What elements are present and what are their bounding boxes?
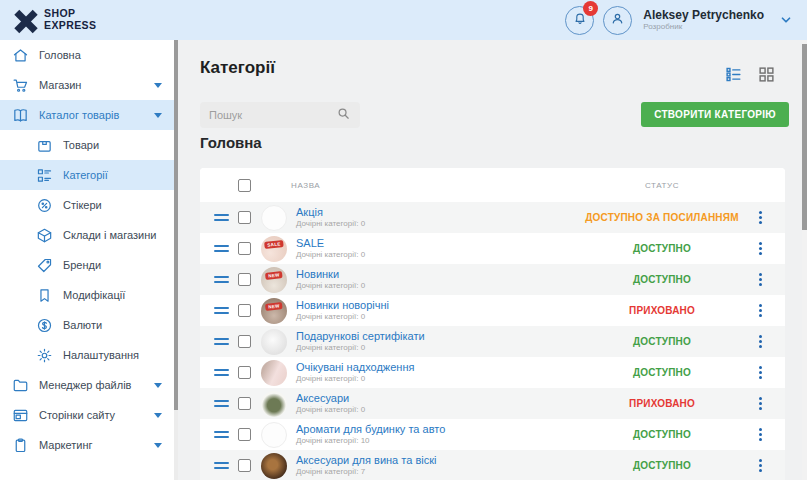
drag-handle-icon[interactable] xyxy=(214,245,229,252)
drag-handle-icon[interactable] xyxy=(214,276,229,283)
category-thumbnail: NEW xyxy=(261,267,287,293)
table-row: NEW Новинки новорічні Дочірні категорії:… xyxy=(200,295,785,326)
kebab-menu-icon[interactable] xyxy=(756,394,765,413)
brand-logo[interactable]: SHOP EXPRESS xyxy=(14,8,96,32)
category-name-link[interactable]: Аромати для будинку та авто xyxy=(296,423,445,437)
category-name-link[interactable]: Очікувані надходження xyxy=(296,361,414,375)
category-children-count: Дочірні категорії: 10 xyxy=(296,436,445,446)
category-thumbnail: SALE xyxy=(261,236,287,262)
user-info: Aleksey Petrychenko Розробник xyxy=(643,8,764,32)
page-title: Категорії xyxy=(200,58,275,78)
avatar[interactable] xyxy=(603,6,632,35)
sidebar-item-pages[interactable]: Сторінки сайту xyxy=(0,400,178,430)
drag-handle-icon[interactable] xyxy=(214,338,229,345)
sidebar-item-files[interactable]: Менеджер файлів xyxy=(0,370,178,400)
select-all-checkbox[interactable] xyxy=(238,179,251,192)
category-name-link[interactable]: SALE xyxy=(296,237,365,251)
notifications-button[interactable]: 9 xyxy=(565,6,594,35)
sidebar-item-warehouse[interactable]: Склади і магазини xyxy=(0,220,178,250)
sidebar-scrollbar-thumb[interactable] xyxy=(174,40,178,410)
page-scrollbar-thumb[interactable] xyxy=(802,44,807,230)
category-name-link[interactable]: Аксесуари xyxy=(296,392,365,406)
row-checkbox[interactable] xyxy=(238,211,251,224)
status-badge: ДОСТУПНО xyxy=(552,460,772,471)
user-menu-chevron-down-icon[interactable] xyxy=(779,13,793,27)
chevron-down-icon xyxy=(154,113,162,118)
home-icon xyxy=(12,47,29,64)
list-view-toggle[interactable] xyxy=(725,66,742,83)
category-thumbnail xyxy=(261,329,287,355)
sidebar-item-cart[interactable]: Магазин xyxy=(0,70,178,100)
drag-handle-icon[interactable] xyxy=(214,431,229,438)
kebab-menu-icon[interactable] xyxy=(756,425,765,444)
main-content: Категорії СТВОРИТИ КАТЕГОРІЮ Головна xyxy=(178,40,807,480)
sidebar-item-brands[interactable]: Бренди xyxy=(0,250,178,280)
category-name-link[interactable]: Подарункові сертифікати xyxy=(296,330,425,344)
category-thumbnail xyxy=(261,422,287,448)
sidebar-item-currency[interactable]: Валюти xyxy=(0,310,178,340)
kebab-menu-icon[interactable] xyxy=(756,301,765,320)
drag-handle-icon[interactable] xyxy=(214,307,229,314)
status-badge: ДОСТУПНО xyxy=(552,274,772,285)
kebab-menu-icon[interactable] xyxy=(756,456,765,475)
category-name-link[interactable]: Аксесуари для вина та віскі xyxy=(296,454,436,468)
row-checkbox[interactable] xyxy=(238,366,251,379)
user-role: Розробник xyxy=(643,22,764,32)
notifications-badge: 9 xyxy=(583,1,598,16)
chevron-down-icon xyxy=(154,413,162,418)
row-checkbox[interactable] xyxy=(238,273,251,286)
grid-view-toggle[interactable] xyxy=(758,66,775,83)
kebab-menu-icon[interactable] xyxy=(756,363,765,382)
kebab-menu-icon[interactable] xyxy=(756,270,765,289)
status-badge: ДОСТУПНО ЗА ПОСИЛАННЯМ xyxy=(552,212,772,223)
sidebar-item-stickers[interactable]: Стікери xyxy=(0,190,178,220)
drag-handle-icon[interactable] xyxy=(214,369,229,376)
category-name-link[interactable]: Акція xyxy=(296,206,365,220)
marketing-icon xyxy=(12,437,29,454)
table-row: Акція Дочірні категорії: 0 ДОСТУПНО ЗА П… xyxy=(200,202,785,233)
column-header-name: НАЗВА xyxy=(291,181,320,190)
status-badge: ПРИХОВАНО xyxy=(552,305,772,316)
sidebar-item-catalog[interactable]: Каталог товарів xyxy=(0,100,178,130)
category-thumbnail xyxy=(261,360,287,386)
category-children-count: Дочірні категорії: 0 xyxy=(296,219,365,229)
column-header-status: СТАТУС xyxy=(552,181,772,190)
row-checkbox[interactable] xyxy=(238,304,251,317)
sidebar-item-settings[interactable]: Налаштування xyxy=(0,340,178,370)
table-row: Аксесуари Дочірні категорії: 0 ПРИХОВАНО xyxy=(200,388,785,419)
status-badge: ДОСТУПНО xyxy=(552,367,772,378)
files-icon xyxy=(12,377,29,394)
top-bar: SHOP EXPRESS 9 Aleksey Petrychenko xyxy=(0,0,807,40)
search-input[interactable] xyxy=(209,109,336,121)
drag-handle-icon[interactable] xyxy=(214,400,229,407)
chevron-down-icon xyxy=(154,443,162,448)
sidebar-item-marketing[interactable]: Маркетинг xyxy=(0,430,178,460)
kebab-menu-icon[interactable] xyxy=(756,332,765,351)
user-name: Aleksey Petrychenko xyxy=(643,8,764,22)
row-checkbox[interactable] xyxy=(238,242,251,255)
row-checkbox[interactable] xyxy=(238,335,251,348)
pages-icon xyxy=(12,407,29,424)
chevron-down-icon xyxy=(154,83,162,88)
sidebar-item-home[interactable]: Головна xyxy=(0,40,178,70)
thumbnail-tag: NEW xyxy=(265,271,283,280)
cart-icon xyxy=(12,77,29,94)
kebab-menu-icon[interactable] xyxy=(756,239,765,258)
status-badge: ДОСТУПНО xyxy=(552,243,772,254)
sidebar-menu: Головна Магазин Каталог товарів Товари К… xyxy=(0,40,178,460)
status-badge: ПРИХОВАНО xyxy=(552,398,772,409)
row-checkbox[interactable] xyxy=(238,428,251,441)
row-checkbox[interactable] xyxy=(238,397,251,410)
brands-icon xyxy=(36,257,53,274)
status-badge: ДОСТУПНО xyxy=(552,336,772,347)
kebab-menu-icon[interactable] xyxy=(756,208,765,227)
drag-handle-icon[interactable] xyxy=(214,462,229,469)
sidebar-item-modifications[interactable]: Модифікації xyxy=(0,280,178,310)
category-name-link[interactable]: Новинки xyxy=(296,268,365,282)
category-name-link[interactable]: Новинки новорічні xyxy=(296,299,389,313)
sidebar-item-categories[interactable]: Категорії xyxy=(0,160,178,190)
drag-handle-icon[interactable] xyxy=(214,214,229,221)
create-category-button[interactable]: СТВОРИТИ КАТЕГОРІЮ xyxy=(641,102,789,127)
sidebar-item-products[interactable]: Товари xyxy=(0,130,178,160)
row-checkbox[interactable] xyxy=(238,459,251,472)
